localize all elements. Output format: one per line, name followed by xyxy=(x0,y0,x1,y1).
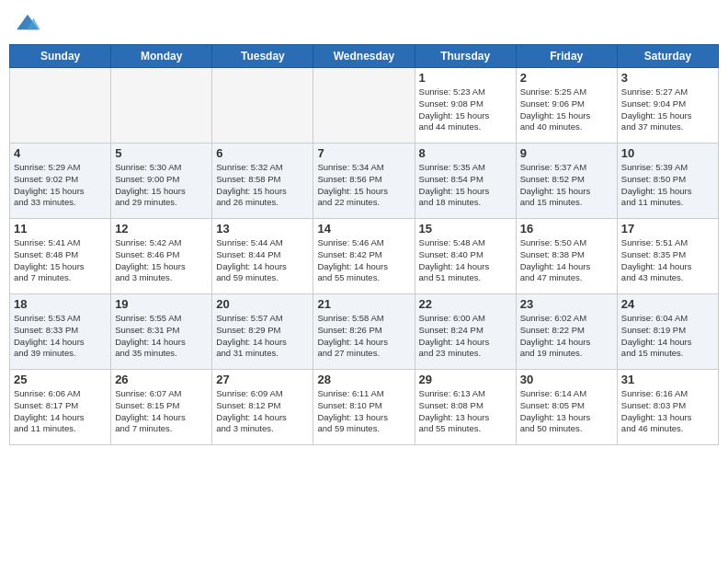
day-info: Sunrise: 5:32 AM Sunset: 8:58 PM Dayligh… xyxy=(216,162,309,209)
day-number: 15 xyxy=(419,222,512,236)
day-number: 26 xyxy=(115,373,208,386)
day-info: Sunrise: 5:51 AM Sunset: 8:35 PM Dayligh… xyxy=(621,237,714,284)
day-number: 3 xyxy=(621,71,714,85)
calendar-cell: 23Sunrise: 6:02 AM Sunset: 8:22 PM Dayli… xyxy=(516,294,617,370)
calendar-cell xyxy=(212,68,313,144)
day-number: 18 xyxy=(14,297,107,311)
day-info: Sunrise: 5:39 AM Sunset: 8:50 PM Dayligh… xyxy=(621,162,714,209)
calendar-cell: 2Sunrise: 5:25 AM Sunset: 9:06 PM Daylig… xyxy=(516,68,617,144)
calendar-cell xyxy=(313,68,415,144)
day-number: 14 xyxy=(317,222,410,236)
calendar-cell: 28Sunrise: 6:11 AM Sunset: 8:10 PM Dayli… xyxy=(313,370,415,445)
calendar-cell: 20Sunrise: 5:57 AM Sunset: 8:29 PM Dayli… xyxy=(212,294,313,370)
calendar-cell: 4Sunrise: 5:29 AM Sunset: 9:02 PM Daylig… xyxy=(10,144,111,219)
day-info: Sunrise: 5:41 AM Sunset: 8:48 PM Dayligh… xyxy=(14,237,107,284)
calendar-cell xyxy=(111,68,212,144)
day-number: 22 xyxy=(419,297,512,311)
calendar: SundayMondayTuesdayWednesdayThursdayFrid… xyxy=(9,44,719,445)
day-number: 10 xyxy=(621,146,714,160)
day-info: Sunrise: 5:57 AM Sunset: 8:29 PM Dayligh… xyxy=(216,313,309,360)
day-info: Sunrise: 5:34 AM Sunset: 8:56 PM Dayligh… xyxy=(317,162,410,209)
calendar-cell: 12Sunrise: 5:42 AM Sunset: 8:46 PM Dayli… xyxy=(111,219,212,294)
calendar-cell xyxy=(10,68,111,144)
calendar-week-row: 25Sunrise: 6:06 AM Sunset: 8:17 PM Dayli… xyxy=(10,370,719,445)
day-number: 1 xyxy=(419,71,512,85)
calendar-cell: 18Sunrise: 5:53 AM Sunset: 8:33 PM Dayli… xyxy=(10,294,111,370)
calendar-cell: 10Sunrise: 5:39 AM Sunset: 8:50 PM Dayli… xyxy=(617,144,718,219)
day-number: 23 xyxy=(520,297,613,311)
calendar-header-row: SundayMondayTuesdayWednesdayThursdayFrid… xyxy=(10,45,719,68)
calendar-week-row: 1Sunrise: 5:23 AM Sunset: 9:08 PM Daylig… xyxy=(10,68,719,144)
day-number: 17 xyxy=(621,222,714,236)
day-info: Sunrise: 6:00 AM Sunset: 8:24 PM Dayligh… xyxy=(419,313,512,360)
day-info: Sunrise: 5:27 AM Sunset: 9:04 PM Dayligh… xyxy=(621,86,714,133)
day-number: 24 xyxy=(621,297,714,311)
logo xyxy=(15,13,42,33)
day-info: Sunrise: 5:50 AM Sunset: 8:38 PM Dayligh… xyxy=(520,237,613,284)
calendar-cell: 16Sunrise: 5:50 AM Sunset: 8:38 PM Dayli… xyxy=(516,219,617,294)
calendar-week-row: 18Sunrise: 5:53 AM Sunset: 8:33 PM Dayli… xyxy=(10,294,719,370)
day-info: Sunrise: 5:53 AM Sunset: 8:33 PM Dayligh… xyxy=(14,313,107,360)
day-number: 21 xyxy=(317,297,410,311)
calendar-cell: 19Sunrise: 5:55 AM Sunset: 8:31 PM Dayli… xyxy=(111,294,212,370)
day-info: Sunrise: 5:55 AM Sunset: 8:31 PM Dayligh… xyxy=(115,313,208,360)
calendar-cell: 24Sunrise: 6:04 AM Sunset: 8:19 PM Dayli… xyxy=(617,294,718,370)
day-number: 9 xyxy=(520,146,613,160)
day-number: 5 xyxy=(115,146,208,160)
day-info: Sunrise: 5:37 AM Sunset: 8:52 PM Dayligh… xyxy=(520,162,613,209)
day-info: Sunrise: 5:46 AM Sunset: 8:42 PM Dayligh… xyxy=(317,237,410,284)
col-header-friday: Friday xyxy=(516,45,617,68)
calendar-cell: 29Sunrise: 6:13 AM Sunset: 8:08 PM Dayli… xyxy=(415,370,516,445)
day-number: 2 xyxy=(520,71,613,85)
day-info: Sunrise: 5:35 AM Sunset: 8:54 PM Dayligh… xyxy=(419,162,512,209)
logo-icon xyxy=(15,13,40,33)
day-info: Sunrise: 5:23 AM Sunset: 9:08 PM Dayligh… xyxy=(419,86,512,133)
day-number: 6 xyxy=(216,146,309,160)
calendar-cell: 7Sunrise: 5:34 AM Sunset: 8:56 PM Daylig… xyxy=(313,144,415,219)
col-header-thursday: Thursday xyxy=(415,45,516,68)
calendar-cell: 14Sunrise: 5:46 AM Sunset: 8:42 PM Dayli… xyxy=(313,219,415,294)
calendar-cell: 5Sunrise: 5:30 AM Sunset: 9:00 PM Daylig… xyxy=(111,144,212,219)
calendar-cell: 31Sunrise: 6:16 AM Sunset: 8:03 PM Dayli… xyxy=(617,370,718,445)
day-number: 28 xyxy=(317,373,410,386)
calendar-cell: 27Sunrise: 6:09 AM Sunset: 8:12 PM Dayli… xyxy=(212,370,313,445)
day-info: Sunrise: 6:06 AM Sunset: 8:17 PM Dayligh… xyxy=(14,388,107,435)
day-info: Sunrise: 6:11 AM Sunset: 8:10 PM Dayligh… xyxy=(317,388,410,435)
col-header-monday: Monday xyxy=(111,45,212,68)
day-info: Sunrise: 5:29 AM Sunset: 9:02 PM Dayligh… xyxy=(14,162,107,209)
calendar-cell: 26Sunrise: 6:07 AM Sunset: 8:15 PM Dayli… xyxy=(111,370,212,445)
day-number: 7 xyxy=(317,146,410,160)
col-header-sunday: Sunday xyxy=(10,45,111,68)
day-info: Sunrise: 5:42 AM Sunset: 8:46 PM Dayligh… xyxy=(115,237,208,284)
col-header-saturday: Saturday xyxy=(617,45,718,68)
day-number: 30 xyxy=(520,373,613,386)
calendar-cell: 30Sunrise: 6:14 AM Sunset: 8:05 PM Dayli… xyxy=(516,370,617,445)
day-number: 8 xyxy=(419,146,512,160)
calendar-cell: 25Sunrise: 6:06 AM Sunset: 8:17 PM Dayli… xyxy=(10,370,111,445)
calendar-cell: 21Sunrise: 5:58 AM Sunset: 8:26 PM Dayli… xyxy=(313,294,415,370)
calendar-cell: 17Sunrise: 5:51 AM Sunset: 8:35 PM Dayli… xyxy=(617,219,718,294)
day-number: 16 xyxy=(520,222,613,236)
calendar-cell: 11Sunrise: 5:41 AM Sunset: 8:48 PM Dayli… xyxy=(10,219,111,294)
day-info: Sunrise: 5:30 AM Sunset: 9:00 PM Dayligh… xyxy=(115,162,208,209)
day-info: Sunrise: 6:14 AM Sunset: 8:05 PM Dayligh… xyxy=(520,388,613,435)
day-number: 25 xyxy=(14,373,107,386)
calendar-week-row: 4Sunrise: 5:29 AM Sunset: 9:02 PM Daylig… xyxy=(10,144,719,219)
day-info: Sunrise: 5:25 AM Sunset: 9:06 PM Dayligh… xyxy=(520,86,613,133)
calendar-cell: 6Sunrise: 5:32 AM Sunset: 8:58 PM Daylig… xyxy=(212,144,313,219)
calendar-cell: 9Sunrise: 5:37 AM Sunset: 8:52 PM Daylig… xyxy=(516,144,617,219)
day-number: 19 xyxy=(115,297,208,311)
calendar-cell: 15Sunrise: 5:48 AM Sunset: 8:40 PM Dayli… xyxy=(415,219,516,294)
calendar-cell: 22Sunrise: 6:00 AM Sunset: 8:24 PM Dayli… xyxy=(415,294,516,370)
day-number: 27 xyxy=(216,373,309,386)
day-number: 20 xyxy=(216,297,309,311)
day-info: Sunrise: 5:58 AM Sunset: 8:26 PM Dayligh… xyxy=(317,313,410,360)
calendar-cell: 1Sunrise: 5:23 AM Sunset: 9:08 PM Daylig… xyxy=(415,68,516,144)
day-number: 4 xyxy=(14,146,107,160)
day-number: 31 xyxy=(621,373,714,386)
day-number: 12 xyxy=(115,222,208,236)
col-header-tuesday: Tuesday xyxy=(212,45,313,68)
day-number: 11 xyxy=(14,222,107,236)
calendar-cell: 3Sunrise: 5:27 AM Sunset: 9:04 PM Daylig… xyxy=(617,68,718,144)
day-info: Sunrise: 6:07 AM Sunset: 8:15 PM Dayligh… xyxy=(115,388,208,435)
